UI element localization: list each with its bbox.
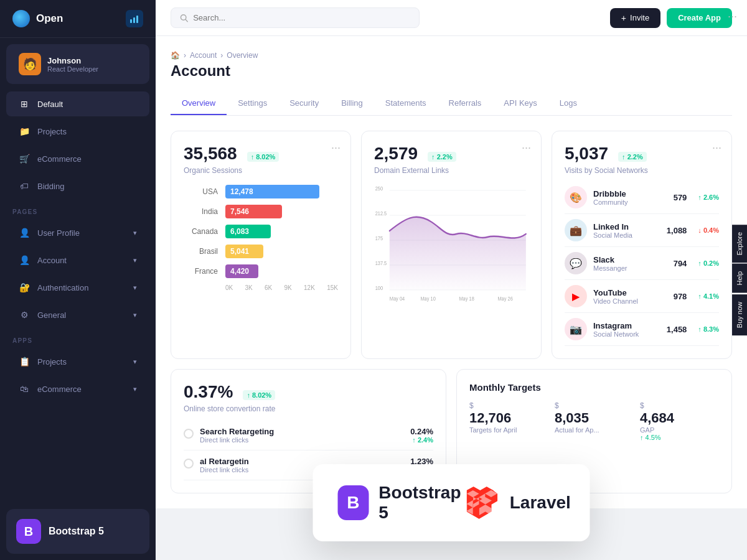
auth-icon: 🔐 <box>19 282 30 293</box>
nav-item-default[interactable]: ⊞ Default <box>6 91 149 116</box>
nav-item-account[interactable]: 👤 Account ▾ <box>6 248 149 273</box>
bar-fill: 4,420 <box>225 264 258 278</box>
bar-fill: 7,546 <box>225 205 282 218</box>
social-change: ↑ 0.2% <box>698 259 719 267</box>
avatar: 🧑 <box>19 53 41 75</box>
social-type: Messanger <box>593 264 627 272</box>
tab-api-keys[interactable]: API Keys <box>492 92 548 115</box>
chevron-down-icon: ▾ <box>133 229 137 237</box>
svg-text:May 18: May 18 <box>459 296 474 302</box>
search-box[interactable] <box>171 7 420 28</box>
retarget-pct: 0.24% <box>410 427 433 436</box>
sublabel: GAP <box>640 426 719 434</box>
nav-item-projects[interactable]: 📁 Projects <box>6 119 149 144</box>
buy-now-button[interactable]: Buy now <box>732 294 747 335</box>
sidebar: Open 🧑 Johnson React Developer ⊞ Default… <box>0 0 156 560</box>
tab-security[interactable]: Security <box>278 92 330 115</box>
nav-item-apps-projects[interactable]: 📋 Projects ▾ <box>6 349 149 374</box>
main-wrapper: + Invite Create App 🏠 › Account › Overvi… <box>156 0 747 560</box>
social-icon: 💬 <box>565 252 587 274</box>
retarget-radio <box>184 459 194 469</box>
line-chart: 250 212.5 175 137.5 100 <box>374 181 529 296</box>
chevron-down-icon: ▾ <box>133 256 137 264</box>
more-icon-3[interactable]: ··· <box>712 141 721 154</box>
nav-item-bidding[interactable]: 🏷 Bidding <box>6 174 149 198</box>
amount: 8,035 <box>555 410 634 426</box>
sidebar-logo: Open <box>0 0 156 38</box>
tab-statements[interactable]: Statements <box>374 92 438 115</box>
user-profile-icon: 👤 <box>19 227 30 238</box>
breadcrumb: 🏠 › Account › Overview <box>171 51 732 60</box>
axis-label: 12K <box>304 284 315 291</box>
stat-organic-badge: ↑ 8.02% <box>247 152 280 162</box>
more-icon[interactable]: ··· <box>331 141 341 154</box>
tab-overview[interactable]: Overview <box>171 92 227 115</box>
tab-referrals[interactable]: Referrals <box>438 92 493 115</box>
svg-rect-0 <box>130 19 132 23</box>
conversion-label: Online store convertion rate <box>184 404 433 413</box>
social-row: ▶ YouTube Video Channel 978 ↑ 4.1% <box>565 280 719 313</box>
monthly-item: $ 8,035 Actual for Ap... <box>555 401 634 441</box>
laravel-logo <box>465 485 500 520</box>
nav-item-general[interactable]: ⚙ General ▾ <box>6 302 149 327</box>
bar-label: India <box>184 207 218 216</box>
monthly-item: $ 4,684 GAP ↑ 4.5% <box>640 401 719 441</box>
nav-label-apps-ecommerce: eCommerce <box>37 385 82 394</box>
bar-axis: 0K3K6K9K12K15K <box>184 284 338 291</box>
nav-item-user-profile[interactable]: 👤 User Profile ▾ <box>6 220 149 245</box>
social-row: 🎨 Dribbble Community 579 ↑ 2.6% <box>565 181 719 214</box>
tab-logs[interactable]: Logs <box>548 92 588 115</box>
axis-label: 6K <box>265 284 272 291</box>
bar-chart-card: 35,568 ↑ 8.02% Organic Sessions ··· USA … <box>171 131 351 359</box>
search-input[interactable] <box>193 13 410 22</box>
apps-ecommerce-icon: 🛍 <box>19 383 30 394</box>
explore-button[interactable]: Explore <box>732 225 747 263</box>
default-icon: ⊞ <box>19 98 30 110</box>
chevron-down-icon: ▾ <box>133 358 137 366</box>
social-type: Video Channel <box>593 297 638 305</box>
social-count: 794 <box>674 259 687 268</box>
gap-badge: ↑ 4.5% <box>640 434 719 441</box>
header-actions: + Invite Create App <box>610 8 732 28</box>
bar-outer: 4,420 <box>225 264 338 278</box>
bar-row: India 7,546 <box>184 205 338 218</box>
stat-links-number: 2,579 <box>374 144 418 164</box>
stats-grid: 35,568 ↑ 8.02% Organic Sessions ··· USA … <box>171 131 732 359</box>
page-content: 🏠 › Account › Overview Account Overview … <box>156 36 747 508</box>
bar-outer: 12,478 <box>225 185 338 198</box>
bar-row: Brasil 5,041 <box>184 245 338 258</box>
nav-item-authentication[interactable]: 🔐 Authentication ▾ <box>6 275 149 300</box>
invite-button[interactable]: + Invite <box>610 8 660 28</box>
create-app-button[interactable]: Create App <box>667 8 732 28</box>
bar-label: France <box>184 267 218 276</box>
more-icon-2[interactable]: ··· <box>522 141 531 154</box>
monthly-amounts: $ 12,706 Targets for April $ 8,035 Actua… <box>469 401 719 441</box>
currency: $ <box>469 401 548 410</box>
amount: 4,684 <box>640 410 719 426</box>
nav-label-auth: Authentication <box>37 283 88 292</box>
bar-row: USA 12,478 <box>184 185 338 198</box>
social-change: ↓ 0.4% <box>698 226 719 234</box>
tabs: Overview Settings Security Billing State… <box>171 92 732 116</box>
tab-billing[interactable]: Billing <box>330 92 374 115</box>
bar-fill: 5,041 <box>225 245 263 258</box>
bar-label: Canada <box>184 227 218 236</box>
axis-label: 0K <box>225 284 233 291</box>
retarget-row: Search Retargeting Direct link clicks 0.… <box>184 421 433 450</box>
plus-icon: + <box>621 13 626 23</box>
stat-links-badge: ↑ 2.2% <box>428 152 456 162</box>
social-change: ↑ 8.3% <box>698 325 719 333</box>
tab-settings[interactable]: Settings <box>227 92 278 115</box>
logo-chart-icon[interactable] <box>126 10 143 27</box>
help-button[interactable]: Help <box>732 264 747 293</box>
svg-rect-1 <box>133 17 135 23</box>
nav-label-ecommerce: eCommerce <box>37 154 82 164</box>
laravel-item: Laravel <box>465 485 571 520</box>
axis-label: 15K <box>327 284 338 291</box>
retarget-sub: Direct link clicks <box>200 466 249 474</box>
bootstrap-label: Bootstrap 5 <box>49 526 104 537</box>
social-name: Linked In <box>593 222 632 231</box>
nav-item-apps-ecommerce[interactable]: 🛍 eCommerce ▾ <box>6 376 149 401</box>
social-name: Slack <box>593 255 627 264</box>
nav-item-ecommerce[interactable]: 🛒 eCommerce <box>6 146 149 171</box>
